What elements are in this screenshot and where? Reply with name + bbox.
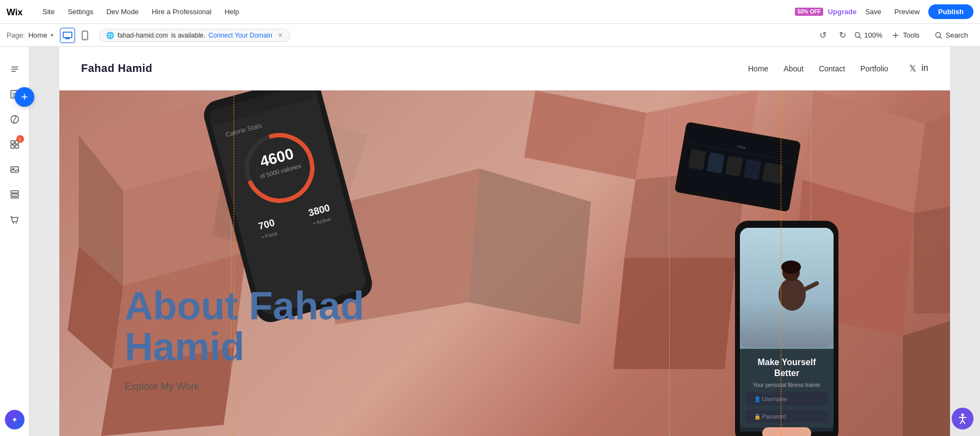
page-selector[interactable]: Page: Home ▾	[7, 31, 53, 39]
desktop-view-button[interactable]	[60, 28, 75, 43]
domain-notice: 🌐 fahad-hamid.com is available. Connect …	[99, 29, 290, 42]
svg-marker-35	[524, 90, 647, 180]
svg-rect-22	[15, 145, 19, 148]
domain-close-button[interactable]: ✕	[278, 32, 283, 39]
menu-item-devmode[interactable]: Dev Mode	[101, 4, 144, 19]
svg-marker-44	[469, 168, 591, 324]
svg-point-29	[16, 223, 17, 224]
nav-item-contact[interactable]: Contact	[819, 64, 845, 73]
svg-rect-25	[11, 191, 19, 193]
svg-point-78	[781, 261, 801, 274]
svg-rect-69	[744, 159, 762, 180]
social-icons: 𝕏 in	[909, 63, 928, 74]
second-bar: Page: Home ▾ 🌐 fahad-hamid.com is availa…	[0, 24, 980, 47]
svg-text:Make Yourself: Make Yourself	[757, 358, 816, 367]
wix-logo[interactable]: Wix	[7, 6, 26, 18]
canvas-area[interactable]: Fahad Hamid Home About Contact Portfolio…	[29, 47, 980, 436]
hero-content: About Fahad Hamid Explore My Work	[125, 286, 364, 392]
site-header: Fahad Hamid Home About Contact Portfolio…	[59, 47, 950, 90]
second-bar-right: ↺ ↻ 100% Tools Search	[815, 28, 973, 43]
sidebar-item-media[interactable]	[3, 158, 26, 181]
svg-rect-66	[688, 149, 706, 171]
svg-text:Your personal fitness trainer: Your personal fitness trainer	[753, 382, 821, 388]
publish-button[interactable]: Publish	[928, 4, 973, 19]
globe-icon: 🌐	[106, 32, 114, 39]
svg-point-76	[779, 278, 806, 311]
site-logo: Fahad Hamid	[81, 62, 152, 75]
search-button[interactable]: Search	[929, 29, 973, 41]
svg-point-7	[855, 32, 860, 37]
ai-assistant-button[interactable]: ✦	[5, 410, 24, 429]
domain-available-text: is available.	[171, 32, 205, 39]
svg-line-8	[860, 37, 862, 39]
apps-notification-badge: 1	[16, 135, 24, 143]
preview-button[interactable]: Preview	[890, 5, 924, 18]
svg-text:👤 Username: 👤 Username	[754, 396, 787, 403]
twitter-icon[interactable]: 𝕏	[909, 63, 916, 74]
chevron-down-icon: ▾	[51, 32, 53, 38]
sidebar-item-design[interactable]	[3, 108, 26, 131]
svg-rect-21	[11, 145, 14, 148]
menu-item-site[interactable]: Site	[37, 4, 60, 19]
discount-badge: 50% OFF	[795, 8, 824, 16]
linkedin-icon[interactable]: in	[922, 63, 928, 74]
svg-point-28	[13, 223, 14, 224]
svg-rect-68	[725, 155, 743, 177]
upgrade-button[interactable]: Upgrade	[828, 8, 856, 16]
svg-text:Wix: Wix	[7, 7, 23, 17]
svg-line-10	[940, 37, 942, 39]
svg-rect-26	[11, 194, 19, 196]
mobile-view-button[interactable]	[77, 28, 93, 43]
sidebar-item-store[interactable]	[3, 208, 26, 231]
hero-title: About Fahad Hamid	[125, 286, 364, 368]
website-preview: Fahad Hamid Home About Contact Portfolio…	[59, 47, 950, 436]
zoom-level: 100%	[864, 31, 882, 39]
tools-button[interactable]: Tools	[886, 29, 924, 41]
svg-rect-1	[63, 32, 72, 38]
nav-item-home[interactable]: Home	[748, 64, 768, 73]
hero-title-line1: About Fahad	[125, 286, 364, 327]
menu-item-hire[interactable]: Hire a Professional	[146, 4, 217, 19]
undo-button[interactable]: ↺	[815, 28, 830, 43]
svg-rect-23	[11, 167, 19, 172]
nav-item-portfolio[interactable]: Portfolio	[860, 64, 888, 73]
add-element-button[interactable]: +	[15, 87, 34, 107]
tools-label: Tools	[903, 31, 919, 39]
menu-item-settings[interactable]: Settings	[62, 4, 99, 19]
connect-domain-link[interactable]: Connect Your Domain	[209, 32, 272, 39]
svg-rect-19	[11, 141, 14, 144]
page-value: Home	[28, 31, 47, 39]
svg-rect-70	[762, 162, 783, 184]
hero-section: Calorie Stats 4600 of 5000 calories 700 …	[59, 90, 950, 436]
save-button[interactable]: Save	[861, 5, 886, 18]
svg-rect-67	[707, 153, 725, 174]
site-nav: Home About Contact Portfolio 𝕏 in	[748, 63, 928, 74]
menu-item-help[interactable]: Help	[219, 4, 244, 19]
left-sidebar: +	[0, 47, 29, 436]
phone-mockup-2: View	[669, 102, 806, 231]
nav-item-about[interactable]: About	[783, 64, 804, 73]
svg-marker-46	[613, 258, 736, 370]
top-menu-bar: Wix Site Settings Dev Mode Hire a Profes…	[0, 0, 980, 24]
view-buttons	[60, 28, 93, 43]
svg-point-90	[961, 414, 964, 416]
zoom-control[interactable]: 100%	[854, 31, 882, 39]
top-right-actions: 50% OFF Upgrade Save Preview Publish	[795, 4, 973, 19]
accessibility-button[interactable]	[952, 408, 973, 429]
hero-title-line2: Hamid	[125, 326, 364, 368]
svg-point-6	[84, 38, 85, 39]
phone-mockup-3: Make Yourself Better Your personal fitne…	[732, 218, 841, 436]
svg-rect-89	[762, 427, 811, 436]
sidebar-item-pages[interactable]	[3, 58, 26, 81]
domain-text: fahad-hamid.com	[118, 32, 168, 39]
redo-button[interactable]: ↻	[835, 28, 850, 43]
svg-rect-27	[11, 197, 19, 198]
top-menu-items: Site Settings Dev Mode Hire a Profession…	[37, 4, 795, 19]
svg-marker-48	[903, 313, 950, 436]
hero-subtitle[interactable]: Explore My Work	[125, 381, 364, 392]
sidebar-item-grid[interactable]	[3, 183, 26, 206]
search-label: Search	[946, 31, 968, 39]
svg-text:Better: Better	[774, 368, 799, 378]
sidebar-item-apps[interactable]: 1	[3, 133, 26, 156]
svg-text:🔒 Password: 🔒 Password	[754, 413, 786, 420]
